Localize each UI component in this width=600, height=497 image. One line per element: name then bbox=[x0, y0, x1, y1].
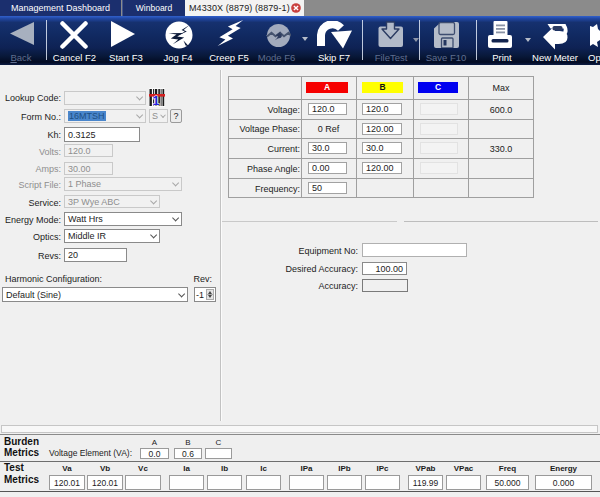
svg-text:1: 1 bbox=[153, 94, 160, 108]
